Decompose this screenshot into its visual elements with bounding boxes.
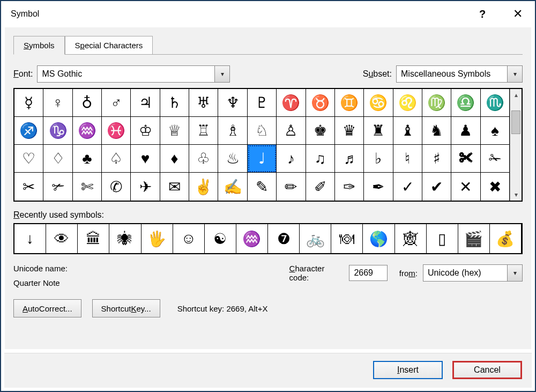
symbol-cell[interactable]: ♌ xyxy=(393,89,422,117)
symbol-cell[interactable]: ♮ xyxy=(393,145,422,173)
symbol-cell[interactable]: ♊ xyxy=(335,89,364,117)
chevron-down-icon[interactable]: ▾ xyxy=(214,66,229,82)
symbol-cell[interactable]: ♯ xyxy=(422,145,451,173)
symbol-cell[interactable]: ♘ xyxy=(248,117,277,145)
recent-symbol-cell[interactable]: 💰 xyxy=(490,224,522,253)
font-combo[interactable]: ▾ xyxy=(37,65,230,83)
symbol-cell[interactable]: ♍ xyxy=(422,89,451,117)
symbol-cell[interactable]: ✀ xyxy=(451,145,480,173)
symbol-cell[interactable]: ♣ xyxy=(73,145,102,173)
symbol-cell[interactable]: ♪ xyxy=(277,145,306,173)
symbol-cell[interactable]: ♉ xyxy=(306,89,335,117)
symbol-cell[interactable]: ✁ xyxy=(481,145,510,173)
symbol-cell[interactable]: ♃ xyxy=(131,89,160,117)
symbol-cell[interactable]: ♝ xyxy=(393,117,422,145)
scroll-up-icon[interactable]: ▴ xyxy=(510,89,522,101)
symbol-cell[interactable]: ✈ xyxy=(131,173,160,201)
symbol-cell[interactable]: ✏ xyxy=(277,173,306,201)
symbol-cell[interactable]: ♞ xyxy=(422,117,451,145)
scroll-down-icon[interactable]: ▾ xyxy=(510,189,522,201)
recent-symbol-cell[interactable]: 🚲 xyxy=(300,224,331,253)
symbol-cell[interactable]: ♦ xyxy=(160,145,189,173)
insert-button[interactable]: Insert xyxy=(373,361,443,379)
symbol-cell[interactable]: ♀ xyxy=(43,89,72,117)
symbol-cell[interactable]: ♢ xyxy=(43,145,72,173)
recent-symbol-cell[interactable]: 🍽 xyxy=(331,224,363,253)
symbol-cell[interactable]: ♨ xyxy=(218,145,247,173)
symbol-cell[interactable]: ✄ xyxy=(73,173,102,201)
symbol-cell[interactable]: ♭ xyxy=(364,145,393,173)
symbol-cell[interactable]: ✔ xyxy=(422,173,451,201)
recent-symbol-cell[interactable]: ☺ xyxy=(173,224,205,253)
recent-symbol-cell[interactable]: 🎬 xyxy=(458,224,490,253)
symbol-cell[interactable]: ✒ xyxy=(364,173,393,201)
recent-symbol-cell[interactable]: ▯ xyxy=(427,224,458,253)
symbol-cell[interactable]: ♠ xyxy=(481,117,510,145)
cancel-button[interactable]: Cancel xyxy=(452,361,522,379)
symbol-cell[interactable]: ✌ xyxy=(189,173,218,201)
from-combo[interactable]: Unicode (hex) ▾ xyxy=(423,264,523,282)
symbol-cell[interactable]: ♗ xyxy=(218,117,247,145)
symbol-cell[interactable]: ♂ xyxy=(102,89,131,117)
symbol-cell[interactable]: ♛ xyxy=(335,117,364,145)
symbol-cell[interactable]: ♬ xyxy=(335,145,364,173)
symbol-cell[interactable]: ♇ xyxy=(248,89,277,117)
recent-symbol-cell[interactable]: 🏛 xyxy=(78,224,109,253)
symbol-cell[interactable]: ♏ xyxy=(481,89,510,117)
symbol-cell[interactable]: ♒ xyxy=(73,117,102,145)
shortcut-key-button[interactable]: Shortcut Key... xyxy=(92,299,160,317)
symbol-cell[interactable]: ♕ xyxy=(160,117,189,145)
symbol-cell[interactable]: ✖ xyxy=(481,173,510,201)
symbol-cell[interactable]: ♙ xyxy=(277,117,306,145)
symbol-cell[interactable]: ♜ xyxy=(364,117,393,145)
autocorrect-button[interactable]: AutoCorrect... xyxy=(13,299,81,317)
symbol-cell[interactable]: ♧ xyxy=(189,145,218,173)
symbol-cell[interactable]: ♎ xyxy=(451,89,480,117)
symbol-cell[interactable]: ♡ xyxy=(14,145,43,173)
subset-combo[interactable]: ▾ xyxy=(396,65,523,83)
help-icon[interactable]: ? xyxy=(473,8,492,20)
symbol-cell[interactable]: ♥ xyxy=(131,145,160,173)
symbol-cell[interactable]: ♈ xyxy=(277,89,306,117)
symbol-cell[interactable]: ✃ xyxy=(43,173,72,201)
font-input[interactable] xyxy=(38,66,214,82)
symbol-cell[interactable]: ♫ xyxy=(306,145,335,173)
charcode-input[interactable]: 2669 xyxy=(349,265,387,281)
recent-symbol-cell[interactable]: ♒ xyxy=(236,224,268,253)
symbol-cell[interactable]: ♅ xyxy=(189,89,218,117)
chevron-down-icon[interactable]: ▾ xyxy=(507,66,522,82)
symbol-cell[interactable]: ♋ xyxy=(364,89,393,117)
symbol-cell[interactable]: ✉ xyxy=(160,173,189,201)
recent-symbol-cell[interactable]: 🌎 xyxy=(363,224,394,253)
close-icon[interactable]: ✕ xyxy=(508,7,527,21)
tab-special-characters[interactable]: Special Characters xyxy=(65,36,153,55)
symbol-cell[interactable]: ♖ xyxy=(189,117,218,145)
subset-input[interactable] xyxy=(397,66,507,82)
symbol-cell[interactable]: ✐ xyxy=(306,173,335,201)
symbol-cell[interactable]: ♆ xyxy=(218,89,247,117)
symbol-cell[interactable]: ✑ xyxy=(335,173,364,201)
symbol-cell[interactable]: ✍ xyxy=(218,173,247,201)
symbol-cell[interactable]: ♓ xyxy=(102,117,131,145)
recent-symbol-cell[interactable]: ☯ xyxy=(205,224,236,253)
tab-symbols[interactable]: Symbols xyxy=(13,36,65,55)
symbol-cell[interactable]: ✆ xyxy=(102,173,131,201)
recent-symbol-cell[interactable]: 🖐 xyxy=(142,224,173,253)
symbol-cell[interactable]: ✎ xyxy=(248,173,277,201)
symbol-cell[interactable]: ✂ xyxy=(14,173,43,201)
symbol-cell[interactable]: ♩ xyxy=(248,145,277,173)
symbol-cell[interactable]: ♔ xyxy=(131,117,160,145)
recent-symbol-cell[interactable]: ❼ xyxy=(268,224,300,253)
symbol-cell[interactable]: ♤ xyxy=(102,145,131,173)
symbol-cell[interactable]: ♟ xyxy=(451,117,480,145)
symbol-cell[interactable]: ☿ xyxy=(14,89,43,117)
chevron-down-icon[interactable]: ▾ xyxy=(507,265,522,281)
symbol-cell[interactable]: ♁ xyxy=(73,89,102,117)
symbol-cell[interactable]: ♚ xyxy=(306,117,335,145)
recent-symbol-cell[interactable]: ↓ xyxy=(14,224,46,253)
recent-symbol-cell[interactable]: 🕷 xyxy=(109,224,141,253)
symbol-cell[interactable]: ♐ xyxy=(14,117,43,145)
symbol-cell[interactable]: ♄ xyxy=(160,89,189,117)
symbol-cell[interactable]: ✕ xyxy=(451,173,480,201)
scroll-thumb[interactable] xyxy=(511,110,520,134)
